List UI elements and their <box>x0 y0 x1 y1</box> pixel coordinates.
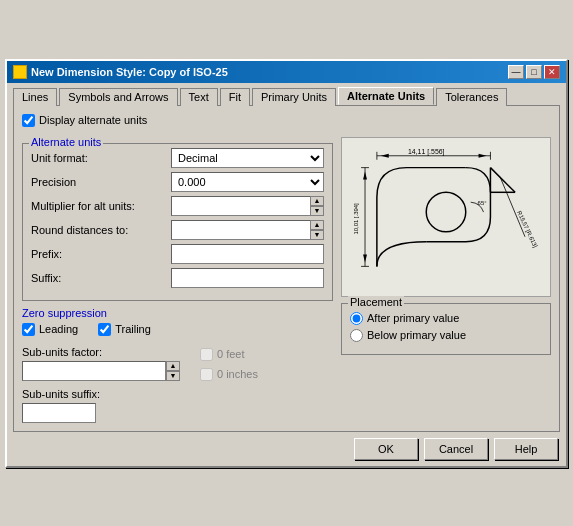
sub-units-factor-spinner: ▲ ▼ <box>166 361 180 381</box>
multiplier-input[interactable]: 0.039370 <box>171 196 311 216</box>
main-row: Alternate units Unit format: Decimal Eng… <box>22 137 551 423</box>
placement-group-label: Placement <box>348 296 404 308</box>
precision-control: 0 0.0 0.00 0.000 0.0000 <box>171 172 324 192</box>
feet-inches-col: 0 feet 0 inches <box>200 346 258 423</box>
below-primary-radio[interactable] <box>350 329 363 342</box>
display-alternate-checkbox-row: Display alternate units <box>22 114 551 127</box>
placement-box: Placement After primary value Below prim… <box>341 303 551 355</box>
main-window: New Dimension Style: Copy of ISO-25 — □ … <box>5 59 568 468</box>
app-icon <box>13 65 27 79</box>
prefix-input[interactable] <box>171 244 324 264</box>
title-bar-left: New Dimension Style: Copy of ISO-25 <box>13 65 228 79</box>
maximize-button[interactable]: □ <box>526 65 542 79</box>
multiplier-row: Multiplier for alt units: 0.039370 ▲ ▼ <box>31 196 324 216</box>
suffix-control <box>171 268 324 288</box>
sub-units-factor-input[interactable]: 100 <box>22 361 166 381</box>
round-distances-spinner: ▲ ▼ <box>310 220 324 240</box>
tab-text[interactable]: Text <box>180 88 218 106</box>
close-button[interactable]: ✕ <box>544 65 560 79</box>
feet-label: 0 feet <box>217 348 245 360</box>
leading-checkbox[interactable] <box>22 323 35 336</box>
after-primary-radio[interactable] <box>350 312 363 325</box>
multiplier-control: 0.039370 ▲ ▼ <box>171 196 324 216</box>
sub-units-suffix-label: Sub-units suffix: <box>22 388 180 400</box>
sub-units-factor-row: 100 ▲ ▼ <box>22 361 180 381</box>
preview-svg: 14,11 [.556] 10,01 [.394] R15,57 [R.613] <box>342 138 550 296</box>
multiplier-up-button[interactable]: ▲ <box>310 196 324 206</box>
tabs-bar: Lines Symbols and Arrows Text Fit Primar… <box>7 83 566 105</box>
precision-row: Precision 0 0.0 0.00 0.000 0.0000 <box>31 172 324 192</box>
feet-checkbox[interactable] <box>200 348 213 361</box>
title-bar: New Dimension Style: Copy of ISO-25 — □ … <box>7 61 566 83</box>
suffix-label: Suffix: <box>31 272 171 284</box>
precision-select[interactable]: 0 0.0 0.00 0.000 0.0000 <box>171 172 324 192</box>
alternate-units-group: Alternate units Unit format: Decimal Eng… <box>22 143 333 301</box>
display-alternate-checkbox[interactable] <box>22 114 35 127</box>
multiplier-down-button[interactable]: ▼ <box>310 206 324 216</box>
multiplier-label: Multiplier for alt units: <box>31 200 171 212</box>
sub-units-factor-down-button[interactable]: ▼ <box>166 371 180 381</box>
svg-text:14,11 [.556]: 14,11 [.556] <box>408 147 445 155</box>
sub-units-col: Sub-units factor: 100 ▲ ▼ Sub-units suff… <box>22 346 180 423</box>
zero-checks: Leading Trailing <box>22 323 333 340</box>
tab-tolerances[interactable]: Tolerances <box>436 88 507 106</box>
display-alternate-label: Display alternate units <box>39 114 147 126</box>
unit-format-select[interactable]: Decimal Engineering Architectural Fracti… <box>171 148 324 168</box>
minimize-button[interactable]: — <box>508 65 524 79</box>
round-distances-up-button[interactable]: ▲ <box>310 220 324 230</box>
unit-format-label: Unit format: <box>31 152 171 164</box>
leading-row: Leading <box>22 323 78 336</box>
inches-checkbox[interactable] <box>200 368 213 381</box>
round-distances-control: 0 ▲ ▼ <box>171 220 324 240</box>
help-button[interactable]: Help <box>494 438 558 460</box>
content-area: Display alternate units Alternate units … <box>13 105 560 432</box>
after-primary-row: After primary value <box>350 312 542 325</box>
tab-alternate-units[interactable]: Alternate Units <box>338 87 434 105</box>
cancel-button[interactable]: Cancel <box>424 438 488 460</box>
preview-box: 14,11 [.556] 10,01 [.394] R15,57 [R.613] <box>341 137 551 297</box>
tab-symbols-arrows[interactable]: Symbols and Arrows <box>59 88 177 106</box>
sub-units-factor-label: Sub-units factor: <box>22 346 180 358</box>
after-primary-label: After primary value <box>367 312 459 324</box>
zero-suppression-title: Zero suppression <box>22 307 333 319</box>
suffix-input[interactable] <box>171 268 324 288</box>
sub-units-factor-up-button[interactable]: ▲ <box>166 361 180 371</box>
below-primary-row: Below primary value <box>350 329 542 342</box>
round-distances-row: Round distances to: 0 ▲ ▼ <box>31 220 324 240</box>
sub-section: Sub-units factor: 100 ▲ ▼ Sub-units suff… <box>22 346 333 423</box>
round-distances-down-button[interactable]: ▼ <box>310 230 324 240</box>
tab-primary-units[interactable]: Primary Units <box>252 88 336 106</box>
svg-text:65°: 65° <box>478 200 487 206</box>
tab-lines[interactable]: Lines <box>13 88 57 106</box>
right-panel: 14,11 [.556] 10,01 [.394] R15,57 [R.613] <box>341 137 551 423</box>
zero-suppression-section: Zero suppression Leading Trailing <box>22 307 333 423</box>
unit-format-control: Decimal Engineering Architectural Fracti… <box>171 148 324 168</box>
alternate-units-group-label: Alternate units <box>29 136 103 148</box>
round-distances-input[interactable]: 0 <box>171 220 311 240</box>
trailing-row: Trailing <box>98 323 151 336</box>
bottom-bar: OK Cancel Help <box>7 432 566 466</box>
prefix-control <box>171 244 324 264</box>
multiplier-spinner: ▲ ▼ <box>310 196 324 216</box>
window-title: New Dimension Style: Copy of ISO-25 <box>31 66 228 78</box>
below-primary-label: Below primary value <box>367 329 466 341</box>
sub-units-suffix-input[interactable] <box>22 403 96 423</box>
title-controls: — □ ✕ <box>508 65 560 79</box>
left-panel: Alternate units Unit format: Decimal Eng… <box>22 137 333 423</box>
prefix-row: Prefix: <box>31 244 324 264</box>
suffix-row: Suffix: <box>31 268 324 288</box>
feet-row: 0 feet <box>200 348 258 361</box>
inches-row: 0 inches <box>200 368 258 381</box>
ok-button[interactable]: OK <box>354 438 418 460</box>
inches-label: 0 inches <box>217 368 258 380</box>
svg-text:10,01 [.394]: 10,01 [.394] <box>353 203 359 235</box>
prefix-label: Prefix: <box>31 248 171 260</box>
leading-label: Leading <box>39 323 78 335</box>
precision-label: Precision <box>31 176 171 188</box>
trailing-label: Trailing <box>115 323 151 335</box>
trailing-checkbox[interactable] <box>98 323 111 336</box>
tab-fit[interactable]: Fit <box>220 88 250 106</box>
unit-format-row: Unit format: Decimal Engineering Archite… <box>31 148 324 168</box>
round-distances-label: Round distances to: <box>31 224 171 236</box>
